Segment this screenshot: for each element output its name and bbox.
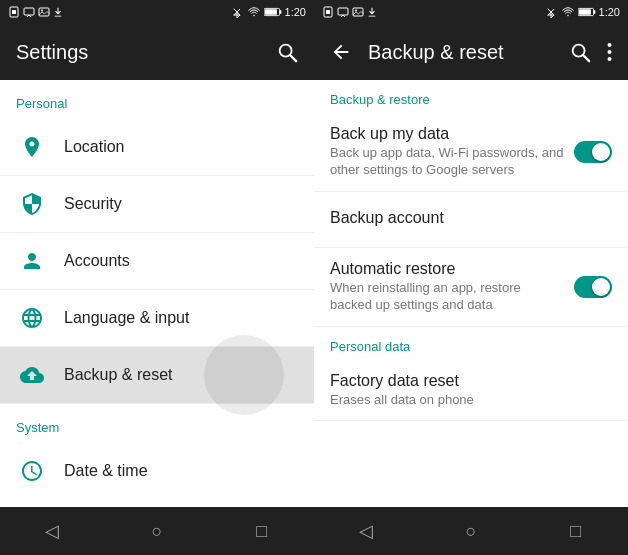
svg-rect-25 [578,9,590,14]
right-app-bar-left: Backup & reset [330,41,504,64]
status-right-r: 1:20 [544,6,620,18]
security-icon [16,188,48,220]
settings-item-datetime[interactable]: Date & time [0,443,314,499]
status-icons-right-left [322,6,377,18]
left-nav-bar: ◁ ○ □ [0,507,314,555]
right-search-icon [569,41,591,63]
factory-reset-item[interactable]: Factory data reset Erases all data on ph… [314,360,628,422]
right-back-nav-icon: ◁ [359,520,373,542]
time-display: 1:20 [285,6,306,18]
svg-line-13 [290,55,296,61]
status-bar-left: 1:20 [0,0,314,24]
home-nav-icon: ○ [152,521,163,542]
section-system-label: System [0,404,314,443]
auto-restore-title: Automatic restore [330,260,566,278]
left-app-title: Settings [16,41,88,64]
more-options-button[interactable] [607,41,612,63]
svg-rect-1 [12,10,16,14]
svg-point-8 [253,15,255,17]
msg-icon [23,6,35,18]
backup-label: Backup & reset [64,366,173,384]
accounts-icon [16,245,48,277]
svg-rect-11 [264,9,276,14]
location-icon [16,131,48,163]
auto-restore-subtitle: When reinstalling an app, restore backed… [330,280,566,314]
settings-list: Personal Location Security Accounts [0,80,314,507]
svg-rect-24 [593,10,595,14]
status-icons-left [8,6,63,18]
back-nav-icon: ◁ [45,520,59,542]
auto-restore-text: Automatic restore When reinstalling an a… [330,260,566,314]
download-icon-r [367,6,377,18]
right-nav-bar: ◁ ○ □ [314,507,628,555]
back-button[interactable] [330,41,352,63]
more-options-icon [607,41,612,63]
backup-data-toggle[interactable] [574,141,612,163]
msg-icon-r [337,6,349,18]
auto-restore-toggle[interactable] [574,276,612,298]
photo-icon-r [352,6,364,18]
right-back-nav-button[interactable]: ◁ [342,507,390,555]
factory-reset-text: Factory data reset Erases all data on ph… [330,372,612,409]
section-personal-label: Personal [0,80,314,119]
search-button[interactable] [276,41,298,63]
settings-item-location[interactable]: Location [0,119,314,176]
status-right: 1:20 [230,6,306,18]
download-icon [53,6,63,18]
svg-point-22 [567,15,569,17]
settings-item-accounts[interactable]: Accounts [0,233,314,290]
ripple [204,335,284,415]
right-recents-nav-button[interactable]: □ [552,507,600,555]
language-label: Language & input [64,309,189,327]
datetime-icon [16,455,48,487]
photo-icon [38,6,50,18]
status-bar-right: 1:20 [314,0,628,24]
right-panel: 1:20 Backup & reset Backup & restore Bac… [314,0,628,555]
search-icon [276,41,298,63]
right-app-bar: Backup & reset [314,24,628,80]
right-home-nav-button[interactable]: ○ [447,507,495,555]
settings-item-language[interactable]: Language & input [0,290,314,347]
back-arrow-icon [330,41,352,63]
back-nav-button[interactable]: ◁ [28,507,76,555]
security-label: Security [64,195,122,213]
backup-restore-label: Backup & restore [314,80,628,113]
backup-data-subtitle: Back up app data, Wi-Fi passwords, and o… [330,145,566,179]
backup-account-item[interactable]: Backup account [314,192,628,248]
factory-reset-title: Factory data reset [330,372,612,390]
wifi-icon-r [561,6,575,18]
recents-nav-button[interactable]: □ [238,507,286,555]
personal-data-label: Personal data [314,327,628,360]
bluetooth-icon [230,6,244,18]
settings-item-backup[interactable]: Backup & reset [0,347,314,404]
auto-restore-item[interactable]: Automatic restore When reinstalling an a… [314,248,628,327]
backup-account-title: Backup account [330,209,612,227]
svg-rect-15 [326,10,330,14]
time-display-right: 1:20 [599,6,620,18]
home-nav-button[interactable]: ○ [133,507,181,555]
right-content: Backup & restore Back up my data Back up… [314,80,628,507]
bluetooth-icon-r [544,6,558,18]
svg-point-29 [608,50,612,54]
backup-data-item[interactable]: Back up my data Back up app data, Wi-Fi … [314,113,628,192]
accounts-label: Accounts [64,252,130,270]
svg-rect-2 [24,8,34,15]
left-app-bar-icons [276,41,298,63]
right-search-button[interactable] [569,41,591,63]
language-icon [16,302,48,334]
svg-point-30 [608,57,612,61]
datetime-label: Date & time [64,462,148,480]
location-label: Location [64,138,125,156]
backup-account-text: Backup account [330,209,612,229]
right-app-bar-icons [569,41,612,63]
backup-data-title: Back up my data [330,125,566,143]
svg-line-27 [583,55,589,61]
left-app-bar: Settings [0,24,314,80]
backup-icon [16,359,48,391]
svg-rect-16 [338,8,348,15]
battery-icon [264,6,282,18]
recents-nav-icon: □ [256,521,267,542]
settings-item-security[interactable]: Security [0,176,314,233]
right-app-title: Backup & reset [368,41,504,64]
svg-point-20 [355,10,357,12]
